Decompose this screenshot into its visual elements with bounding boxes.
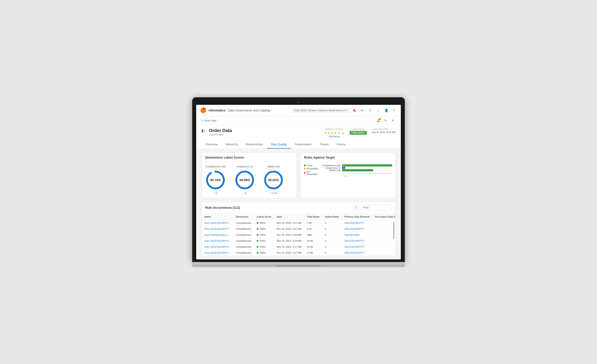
tab-history[interactable]: History: [333, 140, 349, 149]
header-right: Unity CDGC Generic Customer Retail Demo …: [292, 107, 397, 114]
env-selector[interactable]: Unity CDGC Generic Customer Retail Demo …: [292, 108, 349, 113]
row5-name[interactable]: Auto-SALESQUANTIT...: [204, 245, 230, 248]
row1-name[interactable]: Auto-SALESQUANTIT...: [204, 222, 230, 224]
axis-24: 24: [363, 173, 366, 174]
breadcrumb-sales-data[interactable]: Sales Data: [204, 119, 216, 122]
row4-name[interactable]: Auto-SALESQUANTIT...: [204, 240, 230, 242]
axis-count-label: Count: [320, 175, 392, 177]
row4-score: 100%: [254, 238, 274, 244]
half-star: ★: [338, 131, 341, 135]
axis-42: 42: [379, 173, 382, 174]
rule-occ-title: Rule Occurrences (111): [205, 206, 240, 209]
axis-39: 39: [376, 173, 379, 174]
tab-tickets[interactable]: Tickets: [315, 140, 333, 149]
help-icon-btn[interactable]: ?: [391, 107, 397, 114]
row2-name[interactable]: Auto-SALESQUANTIT...: [204, 228, 230, 230]
user-icon-btn[interactable]: 👤: [383, 107, 389, 114]
copy-icon-btn[interactable]: ⎘: [367, 107, 373, 114]
table-row: Auto-SALESQUANTIT... Completeness 100% N…: [202, 220, 395, 226]
table-header: Name Dimension Latest Score Date Total R…: [202, 214, 395, 220]
chart-completeness-bars: [342, 164, 392, 167]
asset-name: Order Data: [209, 128, 232, 133]
table-row: Auto-SalesQuantity-C... Completeness 100…: [202, 232, 395, 238]
col-name: Name: [202, 214, 233, 220]
row3-failed: 0: [322, 232, 342, 238]
row6-primary[interactable]: SALESQUANTITY: [344, 251, 364, 254]
find-input[interactable]: [361, 205, 392, 210]
row6-date: Nov 23, 2022, 9:17 AM: [274, 250, 304, 256]
scroll-indicator[interactable]: [393, 222, 394, 239]
last-updated-label: LAST UPDATED: [372, 128, 395, 130]
breadcrumb-bar: ⊞ Sales Data / 🔔 ↻ ✕: [196, 116, 401, 125]
row5-primary[interactable]: SALESQUANTITY: [344, 245, 364, 248]
axis-9: 9: [349, 173, 352, 174]
refresh-icon-btn[interactable]: ↻: [383, 118, 388, 123]
tab-hierarchy[interactable]: Hierarchy: [221, 140, 242, 149]
rules-chart-area: Good Acceptable Not Accept: [304, 164, 392, 177]
row5-secondary: [372, 244, 395, 250]
dim-completeness-value: 90.74%: [210, 178, 221, 182]
rules-target-title: Rules Against Target: [300, 152, 395, 162]
asset-type-label: SUBDOMAIN: [209, 134, 232, 136]
mail-icon-btn[interactable]: ✉: [359, 107, 365, 114]
row3-total: 16M: [304, 232, 322, 238]
notification-icon-btn[interactable]: 🔔: [376, 118, 381, 123]
table-wrapper: Name Dimension Latest Score Date Total R…: [202, 214, 395, 256]
close-icon-btn[interactable]: ✕: [390, 118, 395, 123]
notification-dot: [379, 118, 381, 120]
row1-total: 7.4K: [304, 220, 322, 226]
screen: Informatica Data Governance and Catalog …: [196, 105, 401, 259]
dimensions-content: Completeness (66) 90.74%: [202, 162, 297, 198]
chart-legend: Good Acceptable Not Accept: [304, 164, 318, 177]
tab-overview[interactable]: Overview: [202, 140, 221, 149]
row6-name[interactable]: Auto-SALESQUANTIT...: [204, 251, 230, 254]
row1-failed: 0: [322, 220, 342, 226]
chart-validity-bars: [342, 169, 392, 171]
filter-button[interactable]: ▽: [353, 205, 359, 211]
tab-data-quality[interactable]: Data Quality: [267, 140, 291, 149]
axis-36: 36: [374, 173, 376, 174]
rules-target-panel: Rules Against Target Good: [300, 152, 395, 198]
axis-6: 6: [347, 173, 349, 174]
row3-primary[interactable]: SalesQuantity: [344, 234, 359, 236]
row5-dimension: Completeness: [233, 244, 254, 250]
row1-date: Nov 23, 2022, 9:21 AM: [274, 220, 304, 226]
rules-target-content: Good Acceptable Not Accept: [300, 162, 395, 180]
legend-good: Good: [304, 164, 318, 167]
row3-name[interactable]: Auto-SalesQuantity-C...: [204, 234, 230, 236]
search-icon-btn[interactable]: ⌕: [375, 107, 381, 114]
row4-secondary: [372, 238, 395, 244]
row1-primary[interactable]: SALESQUANTITY: [344, 222, 364, 224]
row6-failed: 0: [322, 250, 342, 256]
row6-dimension: Completeness: [233, 250, 254, 256]
row2-primary[interactable]: SALESQUANTITY: [344, 228, 364, 230]
row2-score: 100%: [254, 226, 274, 232]
table-body: Auto-SALESQUANTIT... Completeness 100% N…: [202, 220, 395, 256]
bookmark-icon-btn[interactable]: 🔖: [351, 107, 357, 114]
uniqueness-blue-bar: [342, 167, 345, 169]
dim-uniqueness-value: 99.99%: [239, 178, 250, 182]
rule-occurrences-table: Name Dimension Latest Score Date Total R…: [202, 214, 395, 256]
dim-validity-change: ↑+0.09: [264, 192, 283, 194]
edit-rating-link[interactable]: Edit Rating: [324, 135, 344, 138]
row4-date: Nov 23, 2022, 9:20 AM: [274, 238, 304, 244]
axis-33: 33: [371, 173, 374, 174]
chevron-down-icon[interactable]: ▾: [271, 109, 272, 112]
dim-uniqueness-change: ↑+0: [235, 192, 255, 194]
legend-good-dot: [304, 165, 306, 166]
row4-primary[interactable]: SALESQUANTITY: [344, 240, 364, 242]
dim-uniqueness-label: Uniqueness (1): [235, 165, 255, 168]
tab-relationships[interactable]: Relationships: [242, 140, 267, 149]
app-title-label: Data Governance and Catalog ▾: [228, 109, 272, 112]
asset-name-area: Order Data SUBDOMAIN: [209, 128, 232, 136]
table-row: Auto-SALESQUANTIT... Completeness 100% N…: [202, 226, 395, 232]
row2-total: 3.5K: [304, 226, 322, 232]
row5-score: 100%: [254, 244, 274, 250]
chart-uniqueness-bars: [342, 167, 392, 169]
chart-completeness-label: Completeness (66): [320, 164, 340, 167]
asset-header-top: ◧ Order Data SUBDOMAIN OVERALL RATING ★★…: [202, 128, 395, 138]
dimensions-panel: Dimensions Latest Scores Completeness (6…: [202, 152, 297, 198]
axis-18: 18: [357, 173, 360, 174]
tab-stakeholders[interactable]: Stakeholders: [291, 140, 315, 149]
row3-dimension: Completeness: [233, 232, 254, 238]
